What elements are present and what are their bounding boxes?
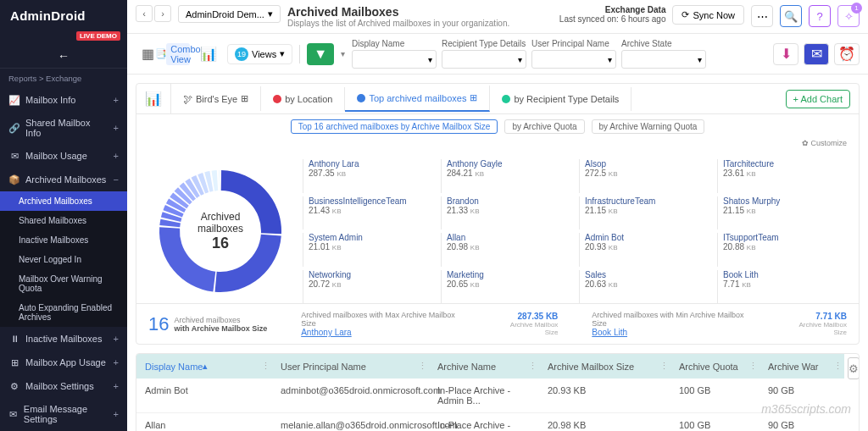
column-header[interactable]: Archive Name⋮ (429, 354, 539, 379)
legend-item[interactable]: Admin Bot20.93 KB (579, 233, 709, 267)
sync-now-button[interactable]: ⟳ Sync Now (672, 5, 744, 25)
sidebar-item[interactable]: 📈Mailbox Info (0, 88, 127, 112)
tab-by-location[interactable]: by Location (261, 87, 345, 111)
chart-icon: 📈 (8, 94, 20, 106)
sidebar-subitem[interactable]: Archived Mailboxes (0, 191, 127, 211)
sidebar-item[interactable]: ✉Email Message Settings (0, 398, 127, 430)
column-header[interactable]: Display Name ▴⋮ (136, 354, 272, 379)
legend-item[interactable]: BusinessIntelligenceTeam21.43 KB (303, 196, 432, 230)
download-button[interactable]: ⬇ (773, 43, 798, 65)
legend-item[interactable]: Marketing20.65 KB (441, 270, 570, 304)
archive-icon: 📦 (8, 174, 20, 185)
sidebar-subitem[interactable]: Shared Mailboxes (0, 211, 127, 230)
stat-min-sub: Archive Mailbox Size (784, 321, 847, 336)
dot-icon (357, 94, 365, 102)
gear-icon: ⚙ (8, 380, 20, 392)
schedule-button[interactable]: ⏰ (834, 43, 860, 65)
pause-icon: ⏸ (8, 333, 20, 345)
stat-min-label: Archived mailboxes with Min Archive Mail… (592, 311, 759, 328)
column-header[interactable]: Archive Mailbox Size⋮ (539, 354, 670, 379)
filter-select[interactable]: ▾ (442, 50, 526, 69)
donut-value: 16 (185, 235, 257, 252)
app-icon: ⊞ (8, 356, 20, 368)
dot-icon (502, 95, 510, 103)
table-settings-button[interactable]: ⚙ (848, 357, 860, 379)
tab-birds-eye[interactable]: 🕊 Bird's Eye ⊞ (171, 86, 261, 111)
sidebar-subitem[interactable]: Inactive Mailboxes (0, 230, 127, 250)
add-chart-button[interactable]: + Add Chart (786, 90, 850, 108)
stat-max-val: 287.35 KB (496, 312, 559, 321)
crumb-dropdown[interactable]: AdminDroid Dem... ▾ (178, 5, 281, 23)
filter-select[interactable]: ▾ (531, 50, 616, 69)
filter-select[interactable]: ▾ (352, 50, 437, 69)
stat-min-val: 7.71 KB (784, 312, 847, 321)
sidebar-item[interactable]: ⏸Inactive Mailboxes (0, 327, 127, 351)
legend-item[interactable]: Sales20.63 KB (579, 270, 709, 304)
table-row[interactable]: Admin Botadminbot@o365droid.onmicrosoft.… (136, 379, 844, 413)
stat-max-label: Archived mailboxes with Max Archive Mail… (301, 311, 470, 328)
sidebar-item[interactable]: ⚙Mailbox Settings (0, 374, 127, 398)
chevron-down-icon: ▾ (268, 8, 273, 19)
legend-item[interactable]: Networking20.72 KB (303, 270, 432, 304)
search-button[interactable]: 🔍 (780, 5, 802, 27)
chart-toggle-button[interactable]: 📊 (136, 84, 171, 113)
legend-item[interactable]: ITsupportTeam20.88 KB (717, 233, 847, 267)
legend-item[interactable]: Alsop272.5 KB (579, 159, 709, 193)
help-button[interactable]: ? (809, 5, 831, 27)
combo-view-button[interactable]: 📑 Combo View (166, 43, 190, 65)
table-row[interactable]: Allanmelanie.allan@o365droid.onmicrosoft… (136, 413, 844, 431)
customize-button[interactable]: ✿ Customize (136, 139, 859, 151)
legend-item[interactable]: Brandon21.33 KB (441, 196, 570, 230)
filter-button[interactable]: ▼ (307, 43, 334, 65)
sidebar-subitem[interactable]: Auto Expanding Enabled Archives (0, 298, 127, 327)
sidebar-item[interactable]: ⊞Mailbox App Usage (0, 351, 127, 374)
sidebar-subitem[interactable]: Never Logged In (0, 250, 127, 269)
filter-label: Display Name (352, 39, 437, 48)
legend-item[interactable]: InfrastructureTeam21.15 KB (579, 196, 709, 230)
column-header[interactable]: Archive Quota⋮ (670, 354, 760, 379)
tab-top-archived[interactable]: Top archived mailboxes ⊞ (345, 86, 490, 112)
sync-time: Last synced on: 6 hours ago (559, 14, 666, 24)
legend-item[interactable]: Shatos Murphy21.15 KB (717, 196, 847, 230)
mail-button[interactable]: ✉ (804, 43, 829, 65)
legend-item[interactable]: Allan20.98 KB (441, 233, 570, 267)
sub-tab[interactable]: Top 16 archived mailboxes by Archive Mai… (291, 119, 498, 134)
legend-item[interactable]: Book Lith7.71 KB (717, 270, 847, 304)
views-dropdown[interactable]: 19 Views ▾ (227, 44, 292, 64)
filter-select[interactable]: ▾ (621, 50, 706, 69)
legend-item[interactable]: Anthony Lara287.35 KB (303, 159, 432, 193)
sync-icon: ⟳ (682, 9, 689, 20)
chevron-down-icon: ▾ (341, 49, 345, 58)
sidebar-item[interactable]: ✉Mailbox Usage (0, 144, 127, 168)
stat-max-name[interactable]: Anthony Lara (301, 328, 470, 337)
filter-label: User Principal Name (531, 39, 616, 48)
filter-label: Recipient Type Details (442, 39, 526, 48)
sub-tab[interactable]: by Archive Quota (504, 119, 584, 134)
sidebar-item[interactable]: 📦Archived Mailboxes (0, 168, 127, 191)
breadcrumb: Reports > Exchange (0, 69, 127, 88)
column-header[interactable]: Archive War⋮ (760, 354, 844, 379)
legend-item[interactable]: Anthony Gayle284.21 KB (441, 159, 570, 193)
notification-button[interactable]: ✧1 (837, 5, 860, 27)
sidebar-item[interactable]: 🔗Shared Mailbox Info (0, 112, 127, 144)
nav-back-button[interactable]: ‹ (136, 5, 153, 22)
back-button[interactable]: ← (0, 44, 127, 69)
page-title: Archived Mailboxes (287, 5, 553, 19)
live-demo-badge: LIVE DEMO (76, 31, 120, 41)
more-button[interactable]: ⋯ (751, 5, 773, 27)
advanced-view-button[interactable]: 📊 (197, 43, 220, 65)
column-header[interactable]: User Principal Name⋮ (272, 354, 429, 379)
nav-forward-button[interactable]: › (154, 5, 171, 22)
donut-title: Archived mailboxes (185, 211, 257, 235)
mail-icon: ✉ (8, 150, 20, 162)
sync-data-label: Exchange Data (559, 5, 666, 14)
chevron-down-icon: ▾ (280, 48, 285, 59)
sub-tab[interactable]: by Archive Warning Quota (592, 119, 705, 134)
legend-item[interactable]: System Admin21.01 KB (303, 233, 432, 267)
legend-item[interactable]: ITarchitecture23.61 KB (717, 159, 847, 193)
sidebar-subitem[interactable]: Mailbox Over Warning Quota (0, 269, 127, 298)
stat-min-name[interactable]: Book Lith (592, 328, 759, 337)
tab-recipient-type[interactable]: by Recipient Type Details (490, 87, 632, 111)
stat-total-count: 16 (148, 313, 169, 335)
share-icon: 🔗 (8, 122, 20, 134)
